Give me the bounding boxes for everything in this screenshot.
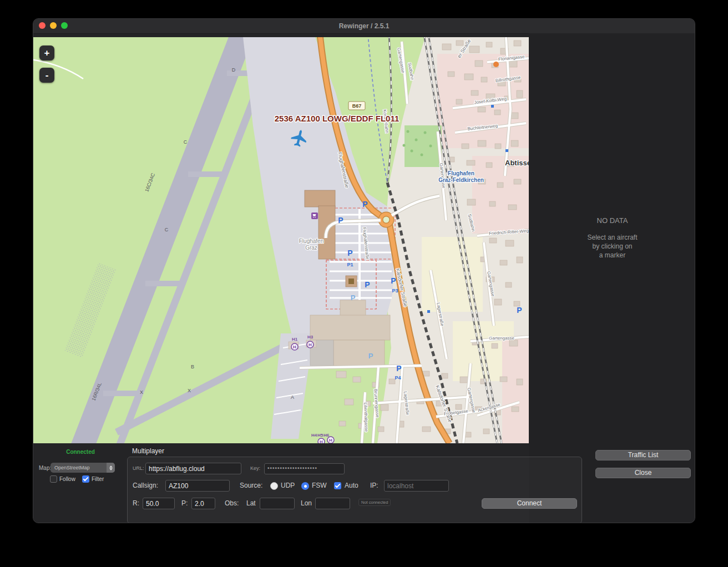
no-data-text: NO DATA <box>529 216 695 225</box>
svg-text:H3: H3 <box>307 335 314 340</box>
selection-hint: Select an aircraft by clicking on a mark… <box>529 233 695 260</box>
url-input[interactable] <box>145 463 241 474</box>
map-retail-zone-3 <box>502 337 529 443</box>
svg-text:P: P <box>365 280 370 289</box>
map-park <box>405 125 442 167</box>
zoom-in-button[interactable]: + <box>39 45 54 60</box>
auto-label: Auto <box>345 482 358 489</box>
svg-text:H: H <box>320 439 323 443</box>
svg-text:B67: B67 <box>352 103 362 109</box>
lon-label: Lon <box>301 499 312 507</box>
detail-panel: NO DATA Select an aircraft by clicking o… <box>529 33 695 523</box>
map-canvas: B67 Flughafenstraße Flughafenstraße Kals… <box>33 37 529 443</box>
r-input[interactable] <box>143 498 175 509</box>
callsign-label: Callsign: <box>133 482 158 489</box>
fsw-label: FSW <box>312 482 327 489</box>
svg-text:A: A <box>291 394 294 400</box>
minimize-window-button[interactable] <box>50 22 57 29</box>
lat-input[interactable] <box>260 498 295 509</box>
map-select-label: Map: <box>39 465 51 471</box>
close-button[interactable]: Close <box>595 468 691 478</box>
svg-text:H: H <box>329 438 332 443</box>
lon-input[interactable] <box>315 498 350 509</box>
fsw-radio[interactable] <box>301 482 309 490</box>
zoom-out-button[interactable]: - <box>39 68 54 83</box>
p-label: P: <box>181 499 188 507</box>
svg-text:C: C <box>165 227 169 232</box>
not-connected-badge: Not connected <box>358 499 391 506</box>
map-retail-zone-2 <box>472 156 529 234</box>
ip-label: IP: <box>370 482 378 489</box>
fire-station-icon <box>493 62 499 67</box>
ip-input[interactable] <box>384 480 449 492</box>
svg-text:H6: H6 <box>323 433 330 438</box>
route-badge-b67: B67 <box>348 102 365 110</box>
hint-line-2: by clicking on <box>529 242 695 251</box>
fullscreen-window-button[interactable] <box>61 22 68 29</box>
map-view[interactable]: B67 Flughafenstraße Flughafenstraße Kals… <box>33 37 529 443</box>
svg-text:P1: P1 <box>347 262 353 267</box>
svg-text:H: H <box>293 345 296 350</box>
svg-text:Flughafen: Flughafen <box>299 238 323 244</box>
key-label: Key: <box>250 465 260 471</box>
hint-line-1: Select an aircraft <box>529 233 695 242</box>
hint-line-3: a marker <box>529 251 695 260</box>
udp-label: UDP <box>281 482 295 489</box>
callsign-input[interactable] <box>165 480 230 492</box>
svg-text:Lilienthalgasse: Lilienthalgasse <box>363 402 369 432</box>
filter-label: Filter <box>92 476 104 482</box>
svg-text:H: H <box>309 342 312 347</box>
svg-text:H4: H4 <box>311 433 317 438</box>
svg-text:H5: H5 <box>317 433 323 438</box>
key-input[interactable] <box>264 463 345 474</box>
aircraft-label: 2536 AZ100 LOWG/EDDF FL011 <box>275 114 400 123</box>
svg-text:H1: H1 <box>292 337 298 342</box>
multiplayer-groupbox: URL: Key: Callsign: Source: UDP FSW Auto… <box>127 457 582 523</box>
multiplayer-group-title: Multiplayer <box>132 447 164 455</box>
close-window-button[interactable] <box>39 22 46 29</box>
map-provider-value: OpenStreetMap <box>50 465 107 470</box>
window-title: Rewinger / 2.5.1 <box>339 22 390 30</box>
svg-text:P: P <box>391 276 396 285</box>
dropdown-stepper-icon <box>107 463 115 473</box>
svg-text:P: P <box>517 306 522 315</box>
svg-text:D: D <box>232 67 236 73</box>
lat-label: Lat <box>246 499 256 507</box>
app-window: Rewinger / 2.5.1 <box>33 18 695 523</box>
svg-text:X: X <box>140 389 143 395</box>
follow-checkbox[interactable] <box>50 475 57 483</box>
source-label: Source: <box>240 482 262 489</box>
shopping-cart-icon <box>311 212 318 219</box>
titlebar[interactable]: Rewinger / 2.5.1 <box>33 19 695 34</box>
svg-text:X: X <box>188 388 191 393</box>
desktop-background: Rewinger / 2.5.1 <box>0 0 728 567</box>
svg-text:P: P <box>396 364 401 373</box>
svg-text:Abtissendorf: Abtissendorf <box>505 159 529 167</box>
svg-text:Graz-Feldkirchen: Graz-Feldkirchen <box>438 177 484 183</box>
follow-label: Follow <box>59 476 75 482</box>
svg-text:Flughafen: Flughafen <box>448 170 474 176</box>
r-label: R: <box>133 499 139 507</box>
connection-status: Connected <box>55 449 105 455</box>
svg-text:P: P <box>362 200 367 209</box>
traffic-lights <box>39 22 68 29</box>
svg-text:P3: P3 <box>392 288 398 293</box>
svg-text:C: C <box>184 139 188 145</box>
svg-text:P: P <box>338 216 343 225</box>
svg-text:P: P <box>368 352 373 360</box>
traffic-list-button[interactable]: Traffic List <box>595 450 691 460</box>
filter-checkbox[interactable] <box>82 475 89 483</box>
bottom-bar: Connected Map: OpenStreetMap Follow Filt… <box>33 443 529 523</box>
auto-checkbox[interactable] <box>334 482 341 489</box>
p-input[interactable] <box>191 498 215 509</box>
svg-text:P4: P4 <box>395 375 401 381</box>
svg-text:Graz: Graz <box>305 245 317 251</box>
udp-radio[interactable] <box>270 482 278 490</box>
svg-text:P: P <box>351 293 356 302</box>
svg-text:B: B <box>191 364 194 369</box>
connect-button[interactable]: Connect <box>482 498 577 509</box>
svg-text:P: P <box>347 249 352 257</box>
map-provider-dropdown[interactable]: OpenStreetMap <box>50 463 115 473</box>
svg-text:Gartengasse: Gartengasse <box>489 336 514 341</box>
url-label: URL: <box>133 465 144 471</box>
